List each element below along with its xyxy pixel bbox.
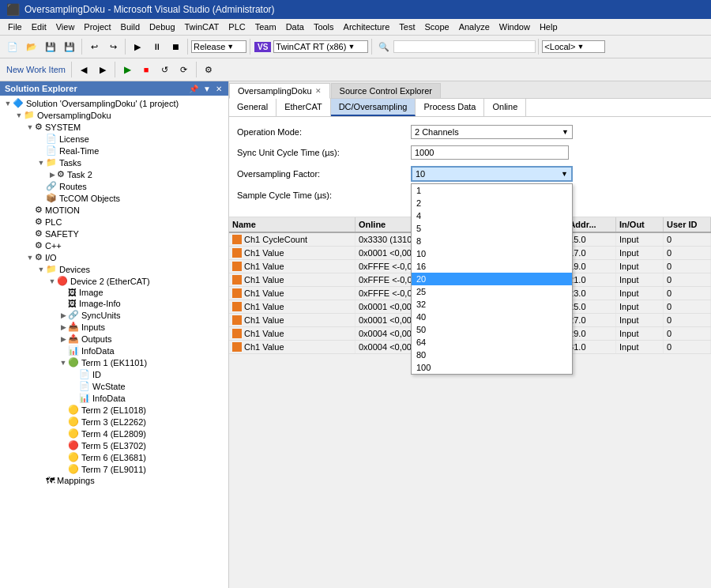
tree-item[interactable]: 🔗Routes <box>2 180 227 192</box>
menu-plc[interactable]: PLC <box>224 21 250 33</box>
tree-item[interactable]: 🖼Image-Info <box>2 298 227 309</box>
tree-expand-icon[interactable]: ▶ <box>47 171 57 179</box>
dropdown-item-40[interactable]: 40 <box>412 311 572 323</box>
panel-pin-btn[interactable]: 📌 <box>187 85 200 93</box>
dropdown-item-50[interactable]: 50 <box>412 323 572 336</box>
tree-item[interactable]: 📄Real-Time <box>2 145 227 156</box>
tree-item[interactable]: ▼📁Devices <box>2 263 227 275</box>
tree-item[interactable]: 🖼Image <box>2 287 227 298</box>
dropdown-item-10[interactable]: 10 <box>412 247 572 260</box>
release-dropdown[interactable]: Release ▼ <box>191 40 246 53</box>
tree-expand-icon[interactable]: ▼ <box>58 359 68 367</box>
menu-analyze[interactable]: Analyze <box>454 21 495 33</box>
sync-time-input[interactable] <box>411 145 569 160</box>
menu-test[interactable]: Test <box>394 21 419 33</box>
tree-item[interactable]: 📄ID <box>2 368 227 380</box>
tree-expand-icon[interactable]: ▼ <box>36 266 46 273</box>
tree-expand-icon[interactable]: ▶ <box>58 335 68 343</box>
start-btn[interactable]: ▶ <box>129 38 146 55</box>
deactivate-btn[interactable]: ■ <box>137 61 155 78</box>
undo-btn[interactable]: ↩ <box>85 38 103 55</box>
tree-item[interactable]: ▶⚙Task 2 <box>2 168 227 180</box>
tree-item[interactable]: 🟡Term 2 (EL1018) <box>2 404 227 416</box>
pause-btn[interactable]: ⏸ <box>148 38 165 55</box>
tree-expand-icon[interactable]: ▼ <box>25 254 35 262</box>
menu-edit[interactable]: Edit <box>27 21 51 33</box>
oversampling-dropdown[interactable]: 10 ▼ <box>411 166 573 182</box>
open-btn[interactable]: 📂 <box>23 38 40 55</box>
tree-item[interactable]: 🟡Term 6 (EL3681) <box>2 451 227 463</box>
config-btn[interactable]: ⚙ <box>200 61 217 78</box>
tab-oversampling[interactable]: OversamplingDoku ✕ <box>229 83 330 99</box>
tree-item[interactable]: 📊InfoData <box>2 345 227 356</box>
tab-source-control[interactable]: Source Control Explorer <box>331 83 441 98</box>
tree-item[interactable]: 📄License <box>2 133 227 145</box>
tree-item[interactable]: ⚙C++ <box>2 239 227 251</box>
menu-team[interactable]: Team <box>250 21 281 33</box>
tree-item[interactable]: ▼📁OversamplingDoku <box>2 109 227 121</box>
stop-btn[interactable]: ⏹ <box>167 38 184 55</box>
tree-expand-icon[interactable]: ▼ <box>3 100 13 107</box>
tree-item[interactable]: ▼🔴Device 2 (EtherCAT) <box>2 275 227 287</box>
new-work-item-link[interactable]: New Work Item <box>3 63 69 76</box>
menu-help[interactable]: Help <box>535 21 562 33</box>
save-all-btn[interactable]: 💾 <box>61 38 78 55</box>
tab-oversampling-close[interactable]: ✕ <box>315 87 322 95</box>
tree-expand-icon[interactable]: ▶ <box>58 311 68 319</box>
dropdown-item-20[interactable]: 20 <box>412 273 572 285</box>
menu-file[interactable]: File <box>3 21 27 33</box>
menu-architecture[interactable]: Architecture <box>339 21 395 33</box>
dropdown-item-2[interactable]: 2 <box>412 197 572 209</box>
tree-item[interactable]: 🟡Term 3 (EL2262) <box>2 416 227 428</box>
menu-build[interactable]: Build <box>116 21 145 33</box>
content-tab-dc-oversampling[interactable]: DC/Oversampling <box>331 99 416 116</box>
tree-item[interactable]: 🟡Term 4 (EL2809) <box>2 428 227 439</box>
tree-item[interactable]: ⚙SAFETY <box>2 228 227 239</box>
tree-item[interactable]: ▼⚙SYSTEM <box>2 121 227 133</box>
forward-btn[interactable]: ▶ <box>94 61 111 78</box>
tree-item[interactable]: ▶📥Inputs <box>2 321 227 333</box>
tree-expand-icon[interactable]: ▼ <box>36 159 46 167</box>
tree-item[interactable]: ▶📤Outputs <box>2 333 227 345</box>
tree-item[interactable]: 🟡Term 7 (EL9011) <box>2 463 227 475</box>
tree-item[interactable]: ▼⚙I/O <box>2 251 227 263</box>
tree-item[interactable]: ⚙PLC <box>2 216 227 228</box>
back-btn[interactable]: ◀ <box>75 61 92 78</box>
tree-item[interactable]: 🗺Mappings <box>2 475 227 486</box>
dropdown-item-80[interactable]: 80 <box>412 349 572 361</box>
save-btn[interactable]: 💾 <box>42 38 59 55</box>
tree-item[interactable]: 🔴Term 5 (EL3702) <box>2 439 227 451</box>
location-dropdown[interactable]: <Local> ▼ <box>542 40 605 53</box>
dropdown-item-25[interactable]: 25 <box>412 285 572 298</box>
oversampling-dropdown-list[interactable]: 1 2 4 5 8 10 16 20 25 32 40 50 64 80 <box>411 183 573 375</box>
panel-collapse-btn[interactable]: ▼ <box>201 85 213 93</box>
menu-twincat[interactable]: TwinCAT <box>180 21 224 33</box>
restart-btn[interactable]: ↺ <box>156 61 174 78</box>
tree-item[interactable]: 📄WcState <box>2 380 227 392</box>
tree-item[interactable]: ▶🔗SyncUnits <box>2 309 227 321</box>
dropdown-item-16[interactable]: 16 <box>412 260 572 273</box>
tree-expand-icon[interactable]: ▼ <box>25 123 35 131</box>
platform-dropdown[interactable]: TwinCAT RT (x86) ▼ <box>273 40 368 53</box>
tree-item[interactable]: 📊InfoData <box>2 392 227 404</box>
search-btn[interactable]: 🔍 <box>375 38 393 55</box>
menu-scope[interactable]: Scope <box>419 21 453 33</box>
dropdown-item-8[interactable]: 8 <box>412 235 572 247</box>
menu-data[interactable]: Data <box>281 21 309 33</box>
activate-btn[interactable]: ▶ <box>118 61 136 78</box>
tree-item[interactable]: ▼🟢Term 1 (EK1101) <box>2 356 227 368</box>
tree-expand-icon[interactable]: ▼ <box>47 277 57 285</box>
tree-expand-icon[interactable]: ▼ <box>14 111 24 119</box>
tree-expand-icon[interactable]: ▶ <box>58 323 68 331</box>
dropdown-item-4[interactable]: 4 <box>412 209 572 222</box>
dropdown-item-100[interactable]: 100 <box>412 361 572 374</box>
content-tab-ethercat[interactable]: EtherCAT <box>276 99 330 116</box>
operation-mode-select[interactable]: 2 Channels ▼ <box>411 125 573 139</box>
tree-item[interactable]: ▼🔷Solution 'OversamplingDoku' (1 project… <box>2 97 227 109</box>
menu-tools[interactable]: Tools <box>309 21 339 33</box>
tree-item[interactable]: 📦TcCOM Objects <box>2 192 227 204</box>
menu-view[interactable]: View <box>51 21 80 33</box>
menu-debug[interactable]: Debug <box>145 21 179 33</box>
new-file-btn[interactable]: 📄 <box>4 38 21 55</box>
tree-item[interactable]: ⚙MOTION <box>2 204 227 216</box>
